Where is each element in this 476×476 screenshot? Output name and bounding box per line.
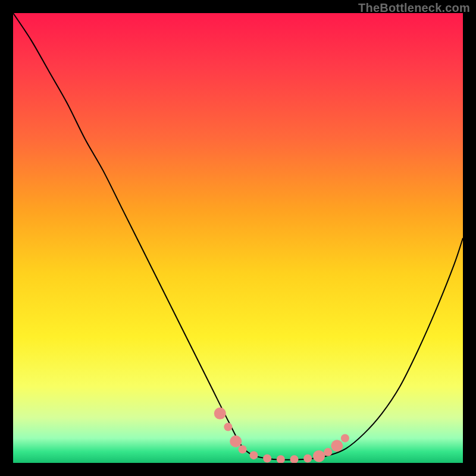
highlight-dot bbox=[239, 445, 247, 453]
highlight-dot bbox=[324, 448, 332, 456]
highlight-dot bbox=[341, 434, 349, 442]
highlight-dot bbox=[331, 440, 343, 452]
chart-frame: TheBottleneck.com bbox=[0, 0, 476, 476]
highlight-dot bbox=[230, 436, 242, 447]
watermark-text: TheBottleneck.com bbox=[358, 1, 470, 15]
gradient-background bbox=[13, 13, 463, 463]
highlight-dot bbox=[313, 450, 325, 462]
highlight-dot bbox=[263, 454, 271, 462]
highlight-dot bbox=[214, 408, 226, 419]
plot-area bbox=[13, 13, 463, 463]
highlight-dot bbox=[224, 423, 232, 431]
highlight-dot bbox=[249, 451, 258, 459]
highlight-dot bbox=[303, 454, 312, 462]
chart-canvas bbox=[13, 13, 463, 463]
